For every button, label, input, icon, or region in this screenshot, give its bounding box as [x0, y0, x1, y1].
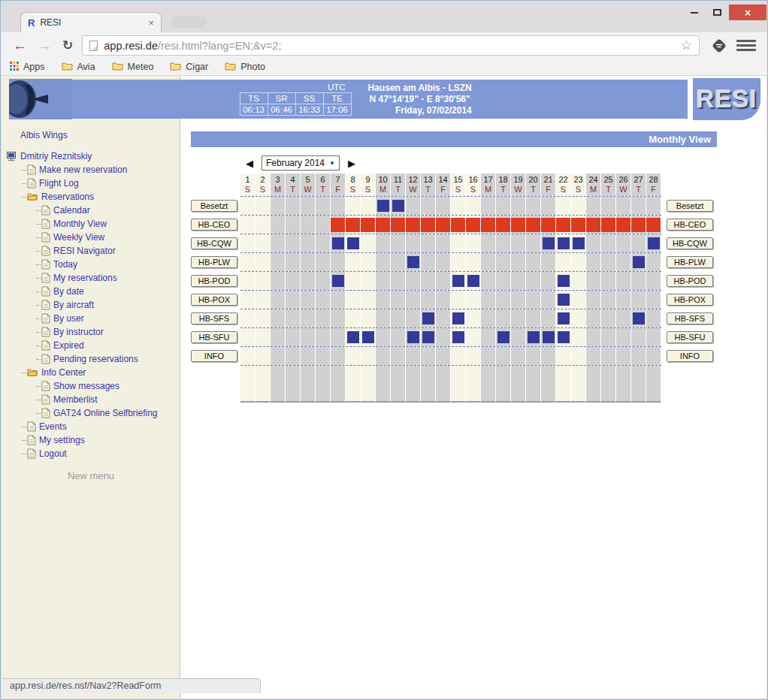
- grid-cell[interactable]: [466, 291, 481, 309]
- day-header-cell[interactable]: 5W: [301, 173, 316, 196]
- grid-cell[interactable]: [616, 347, 631, 365]
- day-header-cell[interactable]: 21F: [541, 173, 556, 196]
- grid-cell[interactable]: [466, 328, 481, 346]
- grid-cell[interactable]: [601, 197, 616, 215]
- grid-cell[interactable]: [316, 309, 331, 327]
- grid-cell[interactable]: [586, 291, 601, 309]
- grid-cell[interactable]: [541, 347, 556, 365]
- day-header-cell[interactable]: 8S: [346, 173, 361, 196]
- grid-cell[interactable]: [526, 253, 541, 271]
- grid-cell[interactable]: [391, 347, 406, 365]
- grid-cell[interactable]: [316, 216, 331, 234]
- grid-cell[interactable]: [436, 197, 451, 215]
- grid-cell[interactable]: [646, 272, 661, 290]
- grid-cell[interactable]: [601, 272, 616, 290]
- sidebar-item-pending-reservations[interactable]: Pending reservations: [2, 352, 180, 366]
- grid-cell[interactable]: [436, 253, 451, 271]
- grid-cell[interactable]: [346, 216, 361, 234]
- grid-cell[interactable]: [346, 272, 361, 290]
- grid-cell[interactable]: [271, 253, 286, 271]
- sidebar-item-weekly-view[interactable]: Weekly View: [2, 231, 180, 244]
- grid-cell[interactable]: [376, 234, 391, 252]
- address-bar[interactable]: app.resi.de /resi.html?lang=EN;&v=2; ☆: [82, 35, 700, 56]
- grid-cell[interactable]: [586, 272, 601, 290]
- day-header-cell[interactable]: 2S: [255, 173, 271, 196]
- grid-cell[interactable]: [361, 253, 376, 271]
- grid-cell[interactable]: [255, 309, 271, 327]
- sidebar-item-user[interactable]: Dmitriy Reznitskiy: [2, 149, 180, 163]
- grid-cell[interactable]: [541, 291, 556, 309]
- grid-cell[interactable]: [481, 197, 496, 215]
- bookmark-star-icon[interactable]: ☆: [681, 38, 692, 53]
- grid-cell[interactable]: [406, 347, 421, 365]
- grid-cell[interactable]: [616, 197, 631, 215]
- bookmark-cigar[interactable]: Cigar: [170, 62, 208, 73]
- grid-cell[interactable]: [361, 347, 376, 365]
- sidebar-item-make-new-reservation[interactable]: Make new reservation: [2, 163, 180, 177]
- grid-cell[interactable]: [451, 347, 466, 365]
- grid-cell[interactable]: [511, 253, 526, 271]
- grid-cell[interactable]: [526, 272, 541, 290]
- grid-cell[interactable]: [451, 309, 466, 327]
- grid-cell[interactable]: [511, 347, 526, 365]
- grid-cell[interactable]: [301, 253, 316, 271]
- grid-cell[interactable]: [255, 197, 271, 215]
- grid-cell[interactable]: [466, 253, 481, 271]
- grid-cell[interactable]: [301, 347, 316, 365]
- prev-month-icon[interactable]: ◀: [246, 158, 253, 169]
- grid-cell[interactable]: [556, 309, 571, 327]
- grid-cell[interactable]: [496, 197, 511, 215]
- back-icon[interactable]: ←: [8, 38, 32, 54]
- grid-cell[interactable]: [616, 272, 631, 290]
- grid-cell[interactable]: [271, 309, 286, 327]
- row-button-hb-sfs[interactable]: HB-SFS: [667, 312, 713, 324]
- grid-cell[interactable]: [271, 328, 286, 346]
- grid-cell[interactable]: [346, 328, 361, 346]
- sidebar-item-today[interactable]: Today: [2, 258, 180, 271]
- grid-cell[interactable]: [526, 291, 541, 309]
- day-header-cell[interactable]: 28F: [646, 173, 661, 196]
- close-button[interactable]: ×: [729, 5, 766, 20]
- grid-cell[interactable]: [316, 197, 331, 215]
- grid-cell[interactable]: [331, 328, 346, 346]
- grid-cell[interactable]: [346, 291, 361, 309]
- grid-cell[interactable]: [436, 272, 451, 290]
- grid-cell[interactable]: [376, 291, 391, 309]
- grid-cell[interactable]: [631, 291, 646, 309]
- grid-cell[interactable]: [451, 216, 466, 234]
- grid-cell[interactable]: [421, 309, 436, 327]
- row-button-hb-pox[interactable]: HB-POX: [667, 294, 713, 306]
- sidebar-item-events[interactable]: Events: [2, 420, 180, 433]
- grid-cell[interactable]: [255, 272, 271, 290]
- day-header-cell[interactable]: 11T: [391, 173, 406, 196]
- grid-cell[interactable]: [631, 197, 646, 215]
- grid-cell[interactable]: [571, 197, 586, 215]
- grid-cell[interactable]: [271, 291, 286, 309]
- next-month-icon[interactable]: ▶: [348, 158, 355, 169]
- grid-cell[interactable]: [526, 328, 541, 346]
- row-button-hb-cqw[interactable]: HB-CQW: [667, 237, 713, 249]
- grid-cell[interactable]: [240, 216, 255, 234]
- row-button-hb-pox[interactable]: HB-POX: [191, 294, 237, 306]
- grid-cell[interactable]: [586, 309, 601, 327]
- grid-cell[interactable]: [556, 291, 571, 309]
- row-button-hb-cqw[interactable]: HB-CQW: [191, 237, 237, 249]
- grid-cell[interactable]: [571, 328, 586, 346]
- grid-cell[interactable]: [601, 328, 616, 346]
- grid-cell[interactable]: [631, 253, 646, 271]
- grid-cell[interactable]: [496, 253, 511, 271]
- row-button-hb-sfu[interactable]: HB-SFU: [667, 331, 713, 343]
- day-header-cell[interactable]: 15S: [451, 173, 466, 196]
- grid-cell[interactable]: [301, 216, 316, 234]
- day-header-cell[interactable]: 16S: [466, 173, 481, 196]
- grid-cell[interactable]: [631, 272, 646, 290]
- grid-cell[interactable]: [451, 234, 466, 252]
- grid-cell[interactable]: [301, 234, 316, 252]
- sidebar-item-calendar[interactable]: Calendar: [2, 204, 180, 217]
- grid-cell[interactable]: [391, 309, 406, 327]
- grid-cell[interactable]: [646, 347, 661, 365]
- sidebar-item-by-user[interactable]: By user: [2, 312, 180, 325]
- grid-cell[interactable]: [421, 216, 436, 234]
- grid-cell[interactable]: [316, 253, 331, 271]
- grid-cell[interactable]: [631, 309, 646, 327]
